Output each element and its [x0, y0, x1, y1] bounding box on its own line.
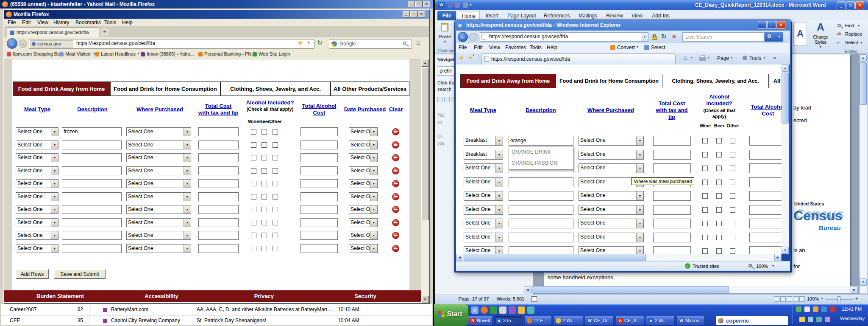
- quick-launch-icon-1[interactable]: e: [471, 306, 479, 314]
- tray-icon-9[interactable]: [825, 317, 830, 322]
- taskbar-button-icon-4: [556, 318, 561, 323]
- quick-launch-icon-7[interactable]: [527, 306, 534, 314]
- taskbar-button-4[interactable]: 2 Wi...: [554, 316, 583, 325]
- taskbar-button-label-5: CE_Di...: [594, 318, 611, 323]
- taskbar-button-label-2: 3 In...: [503, 318, 515, 323]
- taskbar-button-1[interactable]: NNovell...: [468, 316, 492, 325]
- taskbar-button-icon-5: W: [587, 318, 593, 323]
- taskbar-button-icon-8: W: [679, 318, 684, 323]
- copernic-label: copernic: [726, 318, 749, 324]
- taskbar-button-icon-7: e: [648, 318, 654, 323]
- start-flag-green: [442, 311, 445, 314]
- taskbar-button-label-3: 12 F...: [534, 318, 546, 323]
- taskbar-button-icon-3: [527, 318, 532, 323]
- start-button[interactable]: Start: [434, 304, 469, 326]
- taskbar-button-label-6: CE_A...: [624, 318, 640, 323]
- start-button-label: Start: [447, 310, 462, 318]
- clock-time[interactable]: 12:41 PM: [842, 306, 862, 312]
- quick-launch-icon-6[interactable]: [518, 306, 525, 314]
- copernic-icon: [718, 318, 723, 323]
- taskbar: Start copernic 12:41 PM Wednesday NNovel…: [0, 0, 868, 326]
- taskbar-button-2[interactable]: e3 In...: [494, 316, 523, 325]
- tooltip: Where was meal purchased: [632, 177, 694, 185]
- tray-icon-2[interactable]: [804, 306, 810, 312]
- autocomplete-option-1[interactable]: ORANGE DRINK: [509, 146, 573, 157]
- quick-launch-icon-4[interactable]: [499, 306, 506, 314]
- tray-icon-8[interactable]: [816, 317, 822, 322]
- quick-launch-icon-3[interactable]: [490, 306, 497, 314]
- clock-day[interactable]: Wednesday: [840, 316, 865, 321]
- tray-icon-3[interactable]: [813, 306, 818, 312]
- taskbar-button-label-7: 2 Mi...: [655, 318, 668, 323]
- taskbar-button-7[interactable]: e2 Mi...: [646, 316, 675, 325]
- start-flag-blue: [438, 315, 441, 318]
- taskbar-button-icon-2: e: [496, 318, 502, 323]
- quick-launch-icon-2[interactable]: [481, 306, 488, 314]
- taskbar-highlight: [434, 304, 868, 305]
- start-flag-red: [438, 311, 441, 314]
- taskbar-button-icon-1: N: [470, 318, 476, 323]
- taskbar-button-3[interactable]: 12 F...: [525, 316, 552, 325]
- tray-icon-5[interactable]: [830, 306, 835, 312]
- taskbar-button-8[interactable]: WMicros...: [676, 316, 704, 325]
- quick-launch-icon-5[interactable]: [509, 306, 516, 314]
- copernic-search-box[interactable]: copernic: [715, 316, 788, 325]
- tray-separator: [792, 306, 793, 324]
- taskbar-button-label-1: Novell...: [477, 318, 492, 323]
- start-flag-yellow: [442, 315, 445, 318]
- taskbar-button-icon-6: A: [618, 318, 623, 323]
- tray-icon-1[interactable]: [796, 306, 801, 312]
- desktop: (65558 unread) - ktashenfelter - Yahoo! …: [0, 0, 868, 326]
- taskbar-button-5[interactable]: WCE_Di...: [585, 316, 614, 325]
- tray-icon-4[interactable]: [821, 306, 827, 312]
- taskbar-button-label-4: 2 Wi...: [562, 318, 576, 323]
- autocomplete-dropdown: ORANGE DRINK ORANGE PASSION: [509, 146, 573, 170]
- tray-icon-6[interactable]: [799, 317, 805, 322]
- taskbar-button-6[interactable]: ACE_A...: [615, 316, 644, 325]
- taskbar-button-label-8: Micros...: [685, 318, 703, 323]
- tray-icon-7[interactable]: [808, 317, 813, 322]
- autocomplete-option-2[interactable]: ORANGE PASSION: [509, 157, 573, 169]
